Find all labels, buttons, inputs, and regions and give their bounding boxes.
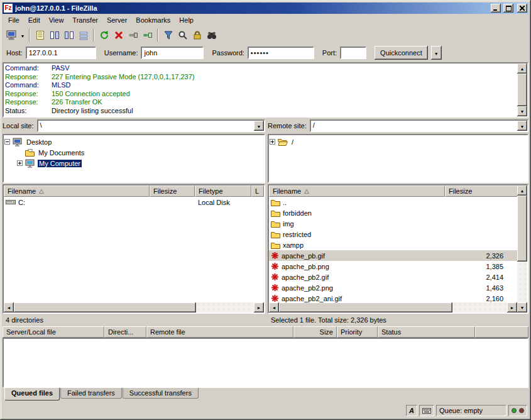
scroll-down-button[interactable] bbox=[517, 106, 527, 116]
toggle-remote-tree-button[interactable] bbox=[62, 28, 76, 42]
scroll-up-button[interactable] bbox=[517, 185, 527, 196]
column-header-filename[interactable]: Filename bbox=[269, 185, 445, 197]
scrollbar-thumb[interactable] bbox=[517, 196, 527, 262]
scrollbar-track[interactable] bbox=[14, 302, 254, 312]
file-size: 2,326 bbox=[445, 252, 517, 260]
file-type: Local Disk bbox=[195, 199, 251, 206]
log-vertical-scrollbar[interactable] bbox=[517, 64, 527, 116]
remote-file-row[interactable]: apache_pb2.png 1,463 bbox=[269, 282, 517, 293]
scroll-left-button[interactable] bbox=[269, 302, 279, 312]
port-input[interactable] bbox=[340, 47, 366, 59]
local-site-combobox[interactable]: \ bbox=[37, 119, 265, 132]
expand-icon[interactable] bbox=[17, 160, 23, 166]
host-input[interactable] bbox=[26, 47, 96, 59]
scrollbar-track[interactable] bbox=[517, 196, 527, 302]
cancel-button[interactable] bbox=[111, 28, 126, 42]
reconnect-button[interactable] bbox=[140, 28, 155, 42]
file-name: xampp bbox=[283, 241, 304, 249]
remote-vertical-scrollbar[interactable] bbox=[517, 185, 527, 312]
scrollbar-thumb[interactable] bbox=[517, 74, 527, 106]
queue-body bbox=[3, 338, 528, 388]
remote-file-row[interactable]: apache_pb2.gif 2,414 bbox=[269, 272, 517, 282]
local-site-dropdown-button[interactable] bbox=[254, 121, 264, 131]
column-header-direction[interactable]: Directi... bbox=[104, 326, 146, 338]
column-header-filesize[interactable]: Filesize bbox=[150, 185, 195, 197]
tab-failed-transfers[interactable]: Failed transfers bbox=[60, 388, 122, 399]
remote-file-row[interactable]: forbidden bbox=[269, 207, 517, 218]
scroll-right-button[interactable] bbox=[254, 302, 264, 312]
toolbar bbox=[3, 26, 528, 43]
maximize-button[interactable] bbox=[503, 4, 513, 13]
menu-view[interactable]: View bbox=[45, 14, 68, 26]
toolbar-separator bbox=[157, 29, 158, 41]
menu-file[interactable]: File bbox=[4, 14, 24, 26]
column-header-filesize[interactable]: Filesize bbox=[445, 185, 517, 197]
tree-item-root[interactable]: / bbox=[270, 136, 527, 147]
filter-button[interactable] bbox=[161, 28, 175, 42]
tree-item-my-computer[interactable]: My Computer bbox=[4, 158, 263, 169]
expand-icon[interactable] bbox=[270, 139, 275, 145]
collapse-icon[interactable] bbox=[4, 139, 10, 145]
close-button[interactable] bbox=[517, 4, 527, 13]
scroll-right-button[interactable] bbox=[507, 302, 517, 312]
tree-item-my-documents[interactable]: My Documents bbox=[4, 147, 263, 158]
tab-successful-transfers[interactable]: Successful transfers bbox=[123, 388, 199, 399]
minimize-button[interactable] bbox=[491, 4, 501, 13]
quickconnect-dropdown-button[interactable] bbox=[431, 46, 442, 60]
column-header-truncated[interactable]: L bbox=[251, 185, 264, 197]
remote-file-row[interactable]: img bbox=[269, 218, 517, 229]
compare-button[interactable] bbox=[175, 28, 190, 42]
menu-bookmarks[interactable]: Bookmarks bbox=[131, 14, 175, 26]
disconnect-button[interactable] bbox=[126, 28, 140, 42]
local-file-row[interactable]: C: Local Disk bbox=[4, 197, 264, 207]
scrollbar-thumb[interactable] bbox=[14, 302, 196, 312]
menu-transfer[interactable]: Transfer bbox=[68, 14, 102, 26]
toggle-log-button[interactable] bbox=[33, 28, 47, 42]
column-header-priority[interactable]: Priority bbox=[337, 326, 378, 338]
column-header-server-local-file[interactable]: Server/Local file bbox=[3, 326, 104, 338]
remote-site-combobox[interactable]: / bbox=[310, 119, 528, 132]
remote-file-row[interactable]: .. bbox=[269, 197, 517, 207]
quickconnect-bar: Host: Username: Password: Port: Quickcon… bbox=[3, 43, 528, 62]
column-header-remote-file[interactable]: Remote file bbox=[146, 326, 293, 338]
remote-file-row[interactable]: apache_pb2_ani.gif 2,160 bbox=[269, 293, 517, 302]
scrollbar-track[interactable] bbox=[279, 302, 507, 312]
menu-server[interactable]: Server bbox=[102, 14, 131, 26]
remote-directory-tree: / bbox=[268, 134, 528, 183]
filter-icon bbox=[163, 30, 173, 40]
tree-panes: Desktop My Documents My Computer / bbox=[3, 134, 528, 183]
scrollbar-track[interactable] bbox=[517, 74, 527, 106]
username-input[interactable] bbox=[141, 47, 204, 59]
send-indicator-led bbox=[519, 408, 524, 413]
scroll-left-button[interactable] bbox=[4, 302, 14, 312]
column-header-filename[interactable]: Filename bbox=[4, 185, 150, 197]
menu-help[interactable]: Help bbox=[175, 14, 198, 26]
password-input[interactable] bbox=[248, 47, 314, 59]
sync-browsing-button[interactable] bbox=[190, 28, 204, 42]
disconnect-icon bbox=[128, 30, 138, 40]
toggle-queue-button[interactable] bbox=[76, 28, 90, 42]
remote-horizontal-scrollbar[interactable] bbox=[269, 302, 517, 312]
remote-file-row-selected[interactable]: apache_pb.gif 2,326 bbox=[269, 250, 517, 261]
site-manager-button[interactable] bbox=[4, 28, 19, 42]
refresh-button[interactable] bbox=[97, 28, 111, 42]
refresh-icon bbox=[99, 30, 109, 40]
toggle-local-tree-button[interactable] bbox=[47, 28, 62, 42]
remote-file-row[interactable]: apache_pb.png 1,385 bbox=[269, 261, 517, 272]
find-files-button[interactable] bbox=[204, 28, 219, 42]
scroll-up-button[interactable] bbox=[517, 64, 527, 74]
menu-edit[interactable]: Edit bbox=[24, 14, 45, 26]
local-horizontal-scrollbar[interactable] bbox=[4, 302, 264, 312]
tab-queued-files[interactable]: Queued files bbox=[4, 388, 60, 401]
remote-site-dropdown-button[interactable] bbox=[517, 121, 527, 131]
quickconnect-button[interactable]: Quickconnect bbox=[375, 46, 428, 60]
column-header-size[interactable]: Size bbox=[293, 326, 337, 338]
scrollbar-thumb[interactable] bbox=[279, 302, 452, 312]
tree-item-desktop[interactable]: Desktop bbox=[4, 136, 263, 147]
column-header-status[interactable]: Status bbox=[378, 326, 475, 338]
column-header-filetype[interactable]: Filetype bbox=[195, 185, 251, 197]
site-manager-dropdown-button[interactable] bbox=[19, 28, 26, 42]
remote-file-row[interactable]: xampp bbox=[269, 240, 517, 250]
remote-file-row[interactable]: restricted bbox=[269, 229, 517, 240]
scroll-down-button[interactable] bbox=[517, 302, 527, 312]
